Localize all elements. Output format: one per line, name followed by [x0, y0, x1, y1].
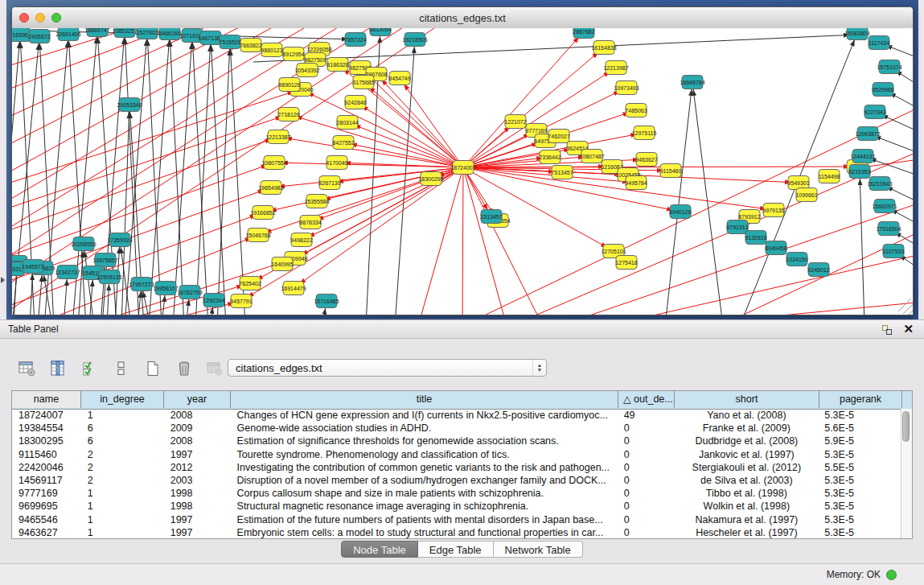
column-header-title[interactable]: title	[231, 391, 618, 408]
graph-node[interactable]: 6791913	[726, 220, 748, 234]
graph-node[interactable]: 10973493	[614, 81, 639, 95]
table-row[interactable]: 977716911998Corpus callosum shape and si…	[12, 487, 901, 500]
graph-node[interactable]: 9498222	[290, 233, 312, 247]
graph-node[interactable]: 19958107	[153, 282, 178, 295]
float-panel-button[interactable]	[882, 325, 892, 335]
graph-node[interactable]: 8049458	[765, 241, 786, 255]
graph-node[interactable]: 1117434	[869, 36, 889, 50]
graph-node[interactable]: 1292344	[203, 294, 224, 307]
zoom-window-button[interactable]	[51, 13, 61, 23]
graph-node[interactable]: 16210643	[867, 177, 892, 191]
graph-node[interactable]: 2405572	[28, 30, 50, 43]
table-body[interactable]: 1872400712008Changes of HCN gene express…	[12, 409, 901, 538]
graph-node[interactable]: 19654983	[258, 181, 283, 195]
column-header-year[interactable]: year	[164, 391, 231, 408]
vertical-scrollbar[interactable]	[901, 409, 912, 538]
table-row[interactable]: 946362711997Embryonic stem cells: a mode…	[12, 526, 901, 538]
new-file-button[interactable]	[142, 358, 164, 380]
table-row[interactable]: 1872400712008Changes of HCN gene express…	[12, 409, 901, 422]
row-height-button[interactable]	[110, 358, 133, 380]
graph-node[interactable]: 19166852	[250, 206, 275, 220]
graph-node[interactable]: 9242848	[344, 96, 366, 109]
table-panel-titlebar[interactable]: Table Panel ✕	[0, 319, 924, 339]
graph-node[interactable]: 12444131	[850, 150, 875, 163]
column-header-short[interactable]: short	[675, 391, 819, 408]
graph-node[interactable]: 17957273	[129, 278, 154, 291]
graph-node[interactable]: 17359924	[107, 233, 132, 247]
delete-button[interactable]	[173, 358, 195, 380]
graph-node[interactable]: 1513457	[480, 210, 502, 224]
tab-network-table[interactable]: Network Table	[494, 541, 583, 558]
graph-node[interactable]: 15046768	[245, 229, 270, 242]
graph-node[interactable]: 16154838	[591, 41, 616, 55]
graph-node[interactable]: 19218506	[402, 33, 427, 47]
graph-node[interactable]: 15355584	[304, 195, 329, 208]
network-window-titlebar[interactable]: citations_edges.txt	[12, 7, 913, 29]
graph-node[interactable]: 7625402	[239, 277, 261, 290]
select-all-columns-button[interactable]	[79, 358, 101, 380]
tab-edge-table[interactable]: Edge Table	[418, 541, 494, 558]
column-header-out-de-[interactable]: △ out_de...	[618, 391, 675, 408]
graph-node[interactable]: 2803144	[336, 116, 358, 130]
graph-node[interactable]: 9979135	[762, 204, 784, 217]
graph-node[interactable]: 8912954	[282, 47, 304, 61]
graph-node[interactable]: 8813054	[369, 28, 391, 36]
graph-node[interactable]: 10853257	[112, 28, 137, 38]
graph-node[interactable]: 12505135	[97, 270, 121, 284]
graph-node[interactable]: 9132616	[745, 231, 766, 245]
table-row[interactable]: 2242004622012Investigating the contribut…	[12, 461, 901, 474]
graph-node[interactable]: 7513457	[551, 166, 573, 179]
table-row[interactable]: 911546021997Tourette syndrome. Phenomeno…	[12, 448, 901, 461]
network-graph[interactable]: 1639624055722069140618865747108532571527…	[12, 28, 913, 315]
graph-node[interactable]: 9463627	[635, 153, 657, 167]
graph-node[interactable]: 12213387	[265, 130, 290, 144]
graph-node[interactable]: 4170046	[326, 156, 347, 170]
graph-node[interactable]: 2887682	[573, 28, 594, 39]
graph-node[interactable]: 9245012	[807, 263, 829, 277]
graph-node[interactable]: 12213987	[603, 61, 628, 75]
graph-node[interactable]: 3175685	[352, 76, 374, 89]
graph-node[interactable]: 7462027	[548, 130, 569, 143]
graph-node[interactable]: 9890126	[278, 78, 300, 92]
graph-node[interactable]: 2718126	[277, 108, 299, 122]
graph-node[interactable]: 10807487	[579, 150, 604, 163]
graph-node[interactable]: 1154498	[819, 170, 840, 183]
network-view-canvas[interactable]: 1639624055722069140618865747108532571527…	[12, 28, 913, 315]
table-row[interactable]: 969969511998Structural magnetic resonanc…	[12, 500, 901, 513]
network-window[interactable]: citations_edges.txt 16396240557220691406…	[11, 6, 914, 315]
graph-node[interactable]: 8215353	[848, 165, 870, 179]
column-header-pagerank[interactable]: pagerank	[819, 391, 902, 408]
graph-node[interactable]: 1527602	[136, 28, 158, 39]
graph-node[interactable]: 7515526	[219, 35, 240, 49]
graph-node[interactable]: 16782759	[177, 286, 202, 299]
graph-node[interactable]: 18724007	[450, 161, 475, 175]
graph-node[interactable]: 20691406	[55, 28, 80, 41]
graph-node[interactable]: 1221072	[504, 115, 526, 129]
graph-node[interactable]: 16914479	[281, 282, 306, 295]
graph-node[interactable]: 9227343	[864, 105, 885, 119]
minimize-window-button[interactable]	[35, 13, 45, 23]
graph-node[interactable]: 10543392	[294, 64, 319, 77]
graph-node[interactable]: 10975857	[92, 253, 117, 267]
graph-node[interactable]: 7857224	[344, 33, 366, 47]
graph-node[interactable]: 20053346	[117, 98, 142, 112]
close-panel-button[interactable]: ✕	[903, 322, 914, 336]
graph-node[interactable]: 1275418	[615, 256, 637, 270]
graph-node[interactable]: 8878334	[299, 216, 321, 229]
graph-node[interactable]: 7485063	[625, 104, 647, 117]
graph-node[interactable]: 1107533	[883, 245, 905, 258]
graph-node[interactable]: 1945573	[22, 260, 43, 274]
graph-node[interactable]: 12342737	[55, 266, 80, 279]
table-row[interactable]: 1830029562008Estimation of significance …	[12, 435, 901, 447]
graph-node[interactable]: 9860123	[261, 43, 282, 57]
graph-node[interactable]: 8267130	[318, 176, 340, 190]
graph-node[interactable]: 9529966	[872, 83, 893, 97]
graph-node[interactable]: 20206556	[71, 237, 96, 251]
graph-node[interactable]: 8186328	[326, 58, 348, 72]
graph-node[interactable]: 18300295	[418, 172, 443, 186]
graph-node[interactable]: 6466160	[158, 28, 180, 40]
graph-node[interactable]: 15716485	[314, 295, 339, 308]
graph-node[interactable]: 18865747	[84, 28, 109, 37]
graph-node[interactable]: 9115460	[660, 164, 682, 178]
graph-node[interactable]: 9457791	[230, 295, 252, 308]
